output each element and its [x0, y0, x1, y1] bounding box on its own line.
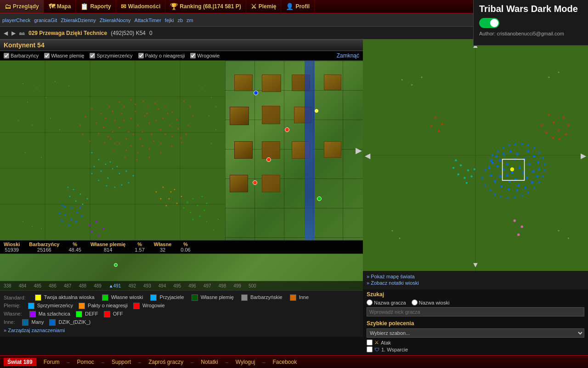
- legend-barbarzyncy: Barbarzyńcy: [4, 53, 39, 58]
- svg-point-12: [144, 115, 146, 117]
- wrogowie-checkbox[interactable]: [190, 53, 196, 58]
- world-map-svg: [363, 40, 588, 271]
- status-support[interactable]: Support: [112, 359, 131, 365]
- barbarzyncy-checkbox[interactable]: [4, 53, 9, 58]
- quick-commands-section: Szybkie polecenia Wybierz szabon... ⚔ At…: [363, 318, 588, 355]
- nav-plemia[interactable]: ⚔ Plemię: [246, 0, 282, 13]
- show-village-notes-link[interactable]: » Zobacz notatki wioski: [367, 280, 584, 286]
- svg-point-222: [538, 152, 540, 154]
- wlasne-plemia-checkbox[interactable]: [44, 53, 50, 58]
- search-radio-player-input[interactable]: [367, 299, 373, 305]
- stat-barbarzyncy-pct-val: 48.45: [68, 247, 81, 253]
- manage-selections-btn[interactable]: » Zarządzaj zaznaczeniami: [4, 328, 359, 333]
- nav-przeglady[interactable]: 🗂 Przeglądy: [0, 0, 44, 13]
- svg-point-204: [533, 155, 535, 157]
- svg-point-76: [181, 142, 182, 144]
- prev-village-btn[interactable]: ◀: [4, 30, 8, 36]
- svg-point-148: [25, 152, 26, 153]
- svg-point-126: [204, 210, 205, 211]
- status-notatki[interactable]: Notatki: [201, 359, 218, 365]
- svg-point-227: [508, 144, 510, 146]
- nav-zm[interactable]: zm: [187, 17, 193, 23]
- svg-point-160: [213, 230, 214, 230]
- svg-point-94: [126, 171, 127, 172]
- world-map-arrow-down[interactable]: ▼: [472, 261, 479, 269]
- svg-point-22: [121, 113, 123, 115]
- status-pomoc[interactable]: Pomoc: [77, 359, 94, 365]
- status-zapros[interactable]: Zaproś graczy: [148, 359, 183, 365]
- nav-raporty[interactable]: 📋 Raporty: [76, 0, 116, 13]
- svg-point-48: [149, 149, 150, 150]
- coord-494: 494: [158, 283, 166, 288]
- svg-point-247: [567, 124, 569, 126]
- world-map-arrow-right[interactable]: ▶: [581, 151, 586, 160]
- stat-wlasne-plemia-header: Własne plemię: [90, 242, 125, 247]
- search-input[interactable]: [367, 307, 584, 316]
- nav-attacktimer[interactable]: AttackTimer: [135, 17, 161, 23]
- search-radio-village[interactable]: Nazwa wioski: [412, 299, 450, 305]
- nav-profil[interactable]: 👤 Profil: [281, 0, 315, 13]
- search-radio-player[interactable]: Nazwa gracza: [367, 299, 406, 305]
- svg-point-63: [104, 142, 106, 144]
- game-map[interactable]: ▶: [225, 61, 363, 240]
- nav-mapa[interactable]: 🗺 Mapa: [44, 0, 76, 13]
- search-radio-village-input[interactable]: [412, 299, 418, 305]
- svg-point-33: [153, 141, 155, 142]
- map-legend-top: Barbarzyńcy Własne plemię Sprzymierzeńcy…: [0, 51, 363, 61]
- svg-point-180: [492, 161, 494, 164]
- legend-item-dzik: DZIK_(DZIK_): [49, 319, 90, 326]
- svg-point-162: [96, 221, 97, 223]
- svg-point-246: [563, 116, 565, 118]
- nav-zbierakdzienny[interactable]: ZbierakDzienny: [61, 17, 96, 23]
- nav-ranking[interactable]: 🏆 Ranking (68.|174 581 P): [165, 0, 246, 13]
- show-world-map-link[interactable]: » Pokaż mapę świata: [367, 274, 584, 279]
- legend-item-wlasne-plemia-bot: Własne plemię: [192, 294, 234, 301]
- wsparcie-checkbox[interactable]: [367, 346, 373, 352]
- close-button[interactable]: Zamknąć: [337, 52, 359, 59]
- legend-item-barbarzynskie: Barbarzyńskie: [241, 294, 283, 301]
- nav-fejki[interactable]: fejki: [165, 17, 174, 23]
- world-map[interactable]: ▲ ▼ ◀ ▶: [363, 40, 588, 271]
- next-village-btn[interactable]: ▶: [11, 30, 16, 36]
- stats-bar: Wioski 51939 Barbarzyńcy 25166 % 48.45 W…: [0, 240, 363, 253]
- svg-point-176: [496, 165, 498, 167]
- svg-point-51: [178, 128, 179, 130]
- nav-zb[interactable]: zb: [177, 17, 183, 23]
- dark-mode-toggle[interactable]: [479, 18, 499, 28]
- legend-item-twoja: Twoja aktualna wioska: [35, 294, 95, 301]
- svg-point-111: [64, 206, 66, 208]
- svg-point-198: [516, 189, 518, 191]
- sprzymierzency-checkbox[interactable]: [90, 53, 95, 58]
- svg-point-197: [508, 188, 510, 190]
- world-map-arrow-left[interactable]: ◀: [365, 151, 370, 160]
- svg-point-156: [23, 221, 23, 222]
- svg-point-133: [170, 191, 172, 193]
- dot-map[interactable]: [0, 61, 225, 240]
- template-select[interactable]: Wybierz szabon...: [367, 328, 584, 338]
- svg-point-64: [113, 150, 115, 152]
- svg-point-123: [187, 202, 188, 203]
- atak-checkbox[interactable]: [367, 339, 373, 345]
- nav-wiadomosci[interactable]: ✉ Wiadomości: [116, 0, 166, 13]
- svg-point-86: [101, 171, 102, 172]
- sep1: –: [67, 359, 69, 365]
- svg-point-189: [509, 150, 512, 152]
- status-forum[interactable]: Forum: [44, 359, 60, 365]
- nav-zbieraknocny[interactable]: ZbierakNocny: [100, 17, 131, 23]
- svg-point-203: [537, 161, 539, 163]
- map-arrow-right[interactable]: ▶: [356, 145, 362, 155]
- status-wyloguj[interactable]: Wyloguj: [236, 359, 255, 365]
- pakty-checkbox[interactable]: [138, 53, 144, 58]
- svg-point-27: [163, 118, 164, 119]
- village-marker-red3: [253, 180, 257, 185]
- svg-point-20: [133, 134, 134, 135]
- svg-point-191: [495, 155, 498, 157]
- nav-granicagit[interactable]: granicaGit: [34, 17, 57, 23]
- svg-point-266: [510, 167, 514, 172]
- coord-486: 486: [49, 283, 57, 288]
- status-facebook[interactable]: Facebook: [272, 359, 297, 365]
- nav-playercheck[interactable]: playerCheck: [2, 17, 30, 23]
- svg-point-128: [192, 219, 194, 220]
- coord-489: 489: [94, 283, 102, 288]
- svg-point-192: [490, 159, 492, 161]
